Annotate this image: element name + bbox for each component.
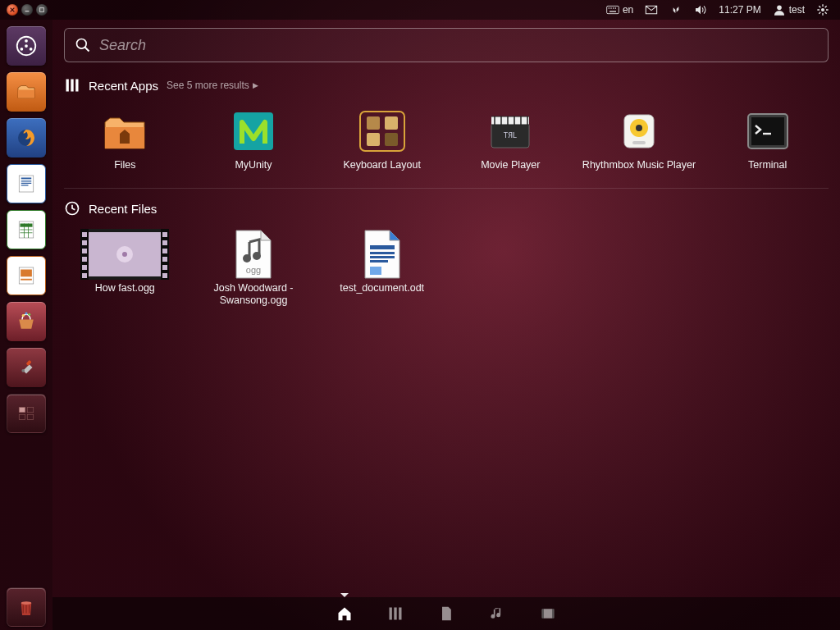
launcher-calc[interactable]: [5, 208, 48, 251]
svg-point-58: [122, 252, 127, 257]
svg-point-11: [21, 48, 24, 51]
app-label: Rhythmbox Music Player: [582, 159, 696, 171]
svg-rect-31: [27, 408, 34, 413]
svg-rect-3: [610, 7, 611, 8]
svg-point-50: [636, 125, 642, 131]
user-indicator[interactable]: test: [767, 0, 810, 20]
svg-text:TЯL: TЯL: [504, 131, 517, 139]
recent-apps-section: Recent Apps See 5 more results ▶ Files M…: [52, 67, 840, 173]
svg-rect-82: [394, 608, 396, 620]
svg-point-25: [22, 314, 25, 317]
svg-rect-86: [552, 609, 555, 619]
svg-point-8: [821, 8, 824, 11]
recent-app-movie-player[interactable]: TЯL Movie Player: [450, 107, 572, 173]
apps-lens-icon: [64, 77, 80, 94]
recent-app-rhythmbox[interactable]: Rhythmbox Music Player: [578, 107, 701, 173]
messages-indicator[interactable]: [639, 0, 664, 20]
keyboard-indicator[interactable]: en: [600, 0, 639, 20]
rhythmbox-icon: [614, 108, 664, 154]
sound-indicator[interactable]: [688, 0, 713, 20]
search-icon: [75, 37, 91, 53]
svg-point-12: [30, 48, 33, 51]
svg-rect-41: [367, 116, 380, 130]
search-wrap: [52, 20, 840, 67]
launcher-firefox[interactable]: [5, 116, 48, 159]
app-label: Terminal: [748, 159, 787, 171]
launcher-software-center[interactable]: [5, 300, 48, 343]
search-input[interactable]: [99, 37, 818, 54]
recent-file-audio[interactable]: ogg Josh Woodward - Swansong.ogg: [193, 230, 315, 308]
launcher-impress[interactable]: [5, 254, 48, 297]
svg-rect-46: [491, 116, 529, 125]
svg-rect-70: [162, 257, 167, 262]
svg-text:ogg: ogg: [246, 265, 261, 275]
launcher-files[interactable]: [5, 71, 48, 113]
recent-apps-header: Recent Apps See 5 more results ▶: [64, 77, 829, 94]
video-file-icon: [80, 231, 170, 277]
clock-indicator[interactable]: 11:27 PM: [713, 0, 766, 20]
svg-rect-43: [367, 133, 380, 146]
svg-point-26: [28, 313, 30, 316]
launcher-dash-home[interactable]: [5, 25, 48, 67]
launcher-system-settings[interactable]: [5, 346, 48, 389]
window-minimize-button[interactable]: [21, 4, 33, 16]
app-label: Movie Player: [481, 159, 540, 171]
svg-rect-28: [26, 360, 32, 366]
recent-files-section: Recent Files How fast.ogg ogg Josh Woodw…: [52, 190, 840, 308]
lens-bar: [52, 597, 840, 630]
recent-app-files[interactable]: Files: [64, 107, 186, 173]
recent-apps-more[interactable]: See 5 more results ▶: [167, 80, 258, 91]
terminal-icon: [743, 108, 792, 154]
lens-music[interactable]: [488, 605, 506, 623]
recent-app-terminal[interactable]: Terminal: [706, 107, 829, 173]
svg-rect-5: [615, 7, 616, 8]
svg-rect-0: [40, 8, 44, 12]
file-label: test_document.odt: [340, 282, 424, 294]
svg-rect-2: [609, 7, 609, 8]
svg-rect-83: [399, 608, 401, 620]
recent-file-video[interactable]: How fast.ogg: [64, 230, 186, 308]
svg-rect-77: [370, 252, 395, 254]
svg-rect-76: [370, 245, 395, 249]
svg-rect-68: [162, 240, 167, 245]
movie-player-icon: TЯL: [486, 108, 535, 154]
svg-rect-71: [162, 265, 167, 270]
svg-rect-30: [19, 408, 25, 413]
recent-app-keyboard-layout[interactable]: Keyboard Layout: [321, 107, 443, 173]
svg-rect-53: [751, 117, 784, 145]
svg-rect-44: [385, 133, 398, 146]
launcher-writer[interactable]: [5, 162, 48, 205]
svg-point-10: [25, 39, 28, 43]
recent-file-document[interactable]: test_document.odt: [321, 230, 443, 308]
searchbox[interactable]: [64, 28, 829, 62]
chevron-right-icon: ▶: [253, 81, 258, 89]
svg-rect-79: [370, 260, 388, 262]
svg-rect-16: [21, 178, 32, 180]
lens-apps[interactable]: [386, 605, 404, 623]
recent-files-header: Recent Files: [64, 200, 829, 217]
svg-rect-66: [82, 273, 87, 278]
svg-rect-19: [21, 185, 29, 185]
svg-rect-33: [27, 414, 34, 419]
svg-rect-64: [82, 257, 87, 262]
svg-rect-78: [370, 256, 395, 258]
lens-video[interactable]: [539, 605, 557, 623]
svg-point-35: [77, 39, 87, 49]
svg-rect-72: [162, 273, 167, 278]
window-close-button[interactable]: [7, 4, 18, 16]
keyboard-layout-icon: [358, 108, 407, 154]
network-indicator[interactable]: [664, 0, 688, 20]
launcher-workspace-switcher[interactable]: [5, 392, 48, 435]
audio-file-icon: ogg: [229, 231, 278, 277]
window-maximize-button[interactable]: [36, 4, 48, 16]
lens-files[interactable]: [437, 605, 455, 623]
launcher-trash[interactable]: [5, 586, 48, 628]
svg-point-7: [777, 6, 782, 11]
myunity-icon: [229, 108, 278, 154]
lens-home[interactable]: [336, 605, 354, 623]
svg-rect-65: [82, 265, 87, 270]
recent-app-myunity[interactable]: MyUnity: [193, 107, 315, 173]
system-indicator[interactable]: [810, 0, 835, 20]
svg-point-34: [21, 601, 32, 605]
svg-rect-37: [71, 80, 73, 92]
